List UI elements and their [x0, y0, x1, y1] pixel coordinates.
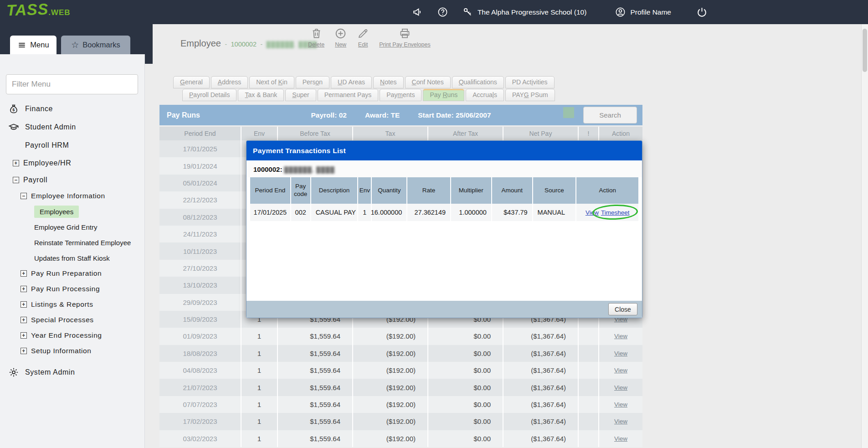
sidebar-item-setup-information[interactable]: +Setup Information — [0, 343, 145, 359]
help-icon — [437, 6, 448, 18]
scrollbar-thumb[interactable] — [863, 29, 867, 72]
cell-period-end: 15/09/2023 — [159, 311, 241, 328]
tab-bookmarks[interactable]: ☆ Bookmarks — [61, 36, 130, 54]
modal-cell-amount: $437.79 — [492, 204, 533, 221]
pencil-icon — [357, 27, 369, 40]
logout-button[interactable] — [696, 6, 708, 18]
cell-env: 1 — [241, 413, 278, 430]
announcements-button[interactable] — [412, 6, 423, 18]
view-link[interactable]: View — [586, 209, 599, 216]
tab-general[interactable]: General — [173, 76, 210, 88]
tab-qualifications[interactable]: Qualifications — [452, 76, 504, 88]
sidebar-item-employees[interactable]: Employees — [0, 204, 145, 219]
modal-cell-description: CASUAL PAY — [311, 204, 359, 221]
delete-button[interactable]: Delete — [308, 27, 324, 48]
expand-icon[interactable]: + — [21, 301, 27, 308]
modal-employee-line: 1000002: ██████, ████ — [247, 160, 642, 177]
help-button[interactable] — [437, 6, 448, 18]
expand-icon[interactable]: + — [21, 332, 27, 339]
vertical-scrollbar[interactable] — [861, 24, 868, 448]
column-header-flag: ! — [579, 127, 599, 140]
sidebar-item-payroll[interactable]: −Payroll — [0, 171, 145, 188]
filter-menu-input[interactable] — [6, 74, 138, 94]
pay-runs-table-header: Period EndEnvBefore TaxTaxAfter TaxNet P… — [159, 127, 642, 140]
sidebar-item-employee-hr[interactable]: +Employee/HR — [0, 154, 145, 171]
tab-conf-notes[interactable]: Conf Notes — [405, 76, 451, 88]
tab-payg-psum[interactable]: PAYG PSum — [505, 89, 555, 101]
sidebar-item-pay-run-preparation[interactable]: +Pay Run Preparation — [0, 266, 145, 281]
sidebar-item-system-admin[interactable]: System Admin — [0, 362, 145, 382]
tab-notes[interactable]: Notes — [373, 76, 404, 88]
tab-pd-activities[interactable]: PD Activities — [505, 76, 555, 88]
cell-period-end: 10/11/2023 — [159, 242, 241, 259]
view-link[interactable]: View — [614, 367, 627, 374]
tab-person[interactable]: Person — [296, 76, 329, 88]
modal-column-header-description: Description — [311, 177, 359, 204]
sidebar-item-year-end-processing[interactable]: +Year End Processing — [0, 328, 145, 343]
view-link[interactable]: View — [614, 418, 627, 425]
sidebar-item-listings-reports[interactable]: +Listings & Reports — [0, 297, 145, 312]
modal-cell-multiplier: 1.000000 — [451, 204, 492, 221]
pay-runs-header-bar: Pay Runs Payroll: 02 Award: TE Start Dat… — [159, 105, 642, 125]
tab-payments[interactable]: Payments — [380, 89, 421, 101]
column-header-env: Env — [241, 127, 278, 140]
cell-action: View — [599, 379, 642, 396]
modal-column-header-env: Env — [358, 177, 372, 204]
search-button[interactable]: Search — [583, 107, 637, 124]
cell-period-end: 17/01/2025 — [159, 140, 241, 157]
modal-cell-rate: 27.362149 — [407, 204, 451, 221]
school-selector[interactable]: The Alpha Progressive School (10) — [462, 6, 587, 18]
sidebar-item-employee-information[interactable]: −Employee Information — [0, 188, 145, 204]
tabs-row-1: GeneralAddressNext of KinPersonUD AreasN… — [173, 76, 556, 88]
edit-button[interactable]: Edit — [357, 27, 369, 48]
modal-column-header-quantity: Quantity — [372, 177, 407, 204]
print-pay-envelopes-button[interactable]: Print Pay Envelopes — [379, 27, 431, 48]
sidebar-item-label: Special Processes — [31, 316, 94, 324]
sidebar-item-special-processes[interactable]: +Special Processes — [0, 312, 145, 328]
sidebar-item-pay-run-processing[interactable]: +Pay Run Processing — [0, 281, 145, 297]
view-link[interactable]: View — [614, 401, 627, 408]
sidebar-item-employee-grid-entry[interactable]: Employee Grid Entry — [0, 219, 145, 235]
sidebar-item-updates-from-staff-kiosk[interactable]: Updates from Staff Kiosk — [0, 250, 145, 266]
column-header-tax: Tax — [353, 127, 428, 140]
tab-tax-bank[interactable]: Tax & Bank — [238, 89, 284, 101]
expand-icon[interactable]: + — [21, 348, 27, 354]
cell-period-end: 17/02/2023 — [159, 413, 241, 430]
tab-pay-runs[interactable]: Pay Runs — [423, 89, 464, 101]
tab-accruals[interactable]: Accruals — [466, 89, 504, 101]
view-link[interactable]: View — [614, 435, 627, 442]
expand-icon[interactable]: + — [21, 317, 27, 323]
tab-super[interactable]: Super — [285, 89, 316, 101]
profile-menu[interactable]: Profile Name — [615, 6, 671, 18]
expand-icon[interactable]: + — [13, 160, 19, 166]
payment-transactions-modal: Payment Transactions List 1000002: █████… — [246, 140, 642, 318]
collapse-icon[interactable]: − — [21, 193, 27, 199]
toolbar-button-label: Print Pay Envelopes — [379, 41, 431, 48]
modal-cell-quantity: 16.000000 — [372, 204, 407, 221]
close-button[interactable]: Close — [608, 303, 637, 315]
graduation-cap-icon — [8, 122, 19, 133]
expand-icon[interactable]: + — [21, 286, 27, 292]
view-link[interactable]: View — [614, 384, 627, 391]
modal-cell-period-end: 17/01/2025 — [250, 204, 291, 221]
tab-next-of-kin[interactable]: Next of Kin — [249, 76, 294, 88]
cell-env: 1 — [241, 345, 278, 362]
record-toolbar: DeleteNewEditPrint Pay Envelopes — [308, 27, 431, 48]
sidebar-item-label: Pay Run Processing — [31, 285, 100, 293]
tab-ud-areas[interactable]: UD Areas — [331, 76, 372, 88]
sidebar-item-reinstate-terminated-employee[interactable]: Reinstate Terminated Employee — [0, 235, 145, 250]
expand-icon[interactable]: + — [21, 270, 27, 277]
tab-payroll-details[interactable]: Payroll Details — [182, 89, 236, 101]
tab-address[interactable]: Address — [211, 76, 248, 88]
new-button[interactable]: New — [334, 27, 347, 48]
view-link[interactable]: View — [614, 333, 627, 340]
sidebar-item-student-admin[interactable]: Student Admin — [0, 118, 145, 136]
sidebar-item-payroll-hrm[interactable]: Payroll HRM — [0, 136, 145, 154]
timesheet-link[interactable]: Timesheet — [601, 209, 630, 216]
page-title: Employee - 1000002 - ██████, ████ — [180, 38, 317, 49]
tab-permanent-pays[interactable]: Permanent Pays — [318, 89, 379, 101]
sidebar-item-finance[interactable]: $Finance — [0, 100, 145, 118]
collapse-icon[interactable]: − — [13, 177, 19, 183]
view-link[interactable]: View — [614, 350, 627, 357]
tab-menu[interactable]: Menu — [10, 36, 56, 54]
